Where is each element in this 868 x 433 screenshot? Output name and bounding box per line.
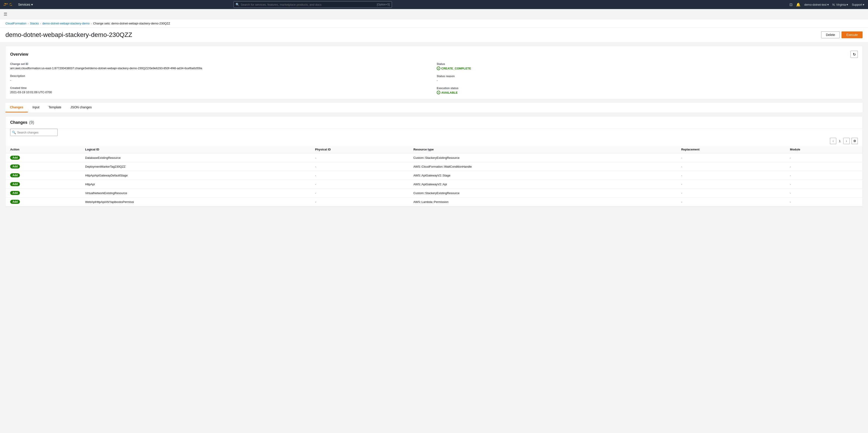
cell-action: Add xyxy=(6,189,81,197)
change-set-id-label: Change set ID xyxy=(10,62,431,66)
support-label: Support xyxy=(852,3,862,6)
top-navigation: aws Services ▾ 🔍 [Option+S] ⊡ 🔔 demo-dot… xyxy=(0,0,868,9)
user-name: demo-dotnet-test xyxy=(804,3,826,6)
cell-resource-type: AWS::CloudFormation::WaitConditionHandle xyxy=(409,162,677,171)
action-badge: Add xyxy=(10,182,20,186)
cell-physical-id: - xyxy=(310,162,409,171)
tab-changes[interactable]: Changes xyxy=(5,103,28,113)
execution-status-label: Execution status xyxy=(437,87,858,90)
cell-module: - xyxy=(785,189,862,197)
cell-action: Add xyxy=(6,180,81,189)
global-search-input[interactable] xyxy=(241,3,376,6)
changes-count: (9) xyxy=(29,120,34,125)
cell-logical-id: WebApiHttpApiANYapibooksPermissi xyxy=(81,197,310,206)
changes-table-body: Add DatabaseExistingResource - Custom::S… xyxy=(6,153,862,206)
page-title: demo-dotnet-webapi-stackery-demo-230QZZ xyxy=(5,31,132,38)
region-chevron-icon: ▾ xyxy=(846,3,848,6)
changes-title-text: Changes xyxy=(10,120,27,125)
header-actions: Delete Execute xyxy=(821,31,863,38)
services-label: Services xyxy=(18,3,30,6)
pagination: ‹ 1 › xyxy=(830,138,850,144)
cell-replacement: - xyxy=(677,197,785,206)
tab-template[interactable]: Template xyxy=(44,103,66,113)
cell-module: - xyxy=(785,153,862,162)
next-page-button[interactable]: › xyxy=(843,138,850,144)
overview-title: Overview ↻ xyxy=(10,51,858,58)
action-badge: Add xyxy=(10,156,20,160)
table-row: Add VirtualNetworkExistingResource - Cus… xyxy=(6,189,862,197)
cell-replacement: - xyxy=(677,162,785,171)
status-reason-label: Status reason xyxy=(437,75,858,78)
breadcrumb-cloudformation[interactable]: CloudFormation xyxy=(5,22,27,25)
breadcrumb-stacks[interactable]: Stacks xyxy=(30,22,39,25)
cell-replacement: - xyxy=(677,171,785,180)
changes-header: Changes (9) xyxy=(6,117,862,129)
sidebar-toggle-button[interactable]: ☰ xyxy=(0,9,11,20)
field-description: Description - xyxy=(10,74,431,82)
status-text: CREATE_COMPLETE xyxy=(441,67,471,70)
breadcrumb-stack-name[interactable]: demo-dotnet-webapi-stackery-demo xyxy=(42,22,90,25)
col-module: Module xyxy=(785,146,862,153)
field-execution-status: Execution status ✓ AVAILABLE xyxy=(437,87,858,94)
cell-logical-id: DatabaseExistingResource xyxy=(81,153,310,162)
table-settings-button[interactable]: ⚙ xyxy=(851,138,858,144)
status-check-icon: ✓ xyxy=(437,66,440,70)
tabs-container: Changes Input Template JSON changes xyxy=(5,103,863,113)
table-controls: ‹ 1 › ⚙ xyxy=(6,138,862,146)
terminal-icon[interactable]: ⊡ xyxy=(789,2,793,7)
overview-right: Status ✓ CREATE_COMPLETE Status reason -… xyxy=(437,62,858,94)
breadcrumb-sep-2: › xyxy=(40,22,41,25)
tab-json-changes[interactable]: JSON changes xyxy=(66,103,96,113)
overview-section-title: Overview xyxy=(10,52,28,57)
cell-resource-type: Custom::StackeryExistingResource xyxy=(409,189,677,197)
bell-icon[interactable]: 🔔 xyxy=(796,2,801,7)
cell-resource-type: AWS::Lambda::Permission xyxy=(409,197,677,206)
col-physical-id: Physical ID xyxy=(310,146,409,153)
breadcrumb-current: Change sets: demo-dotnet-webapi-stackery… xyxy=(93,22,170,25)
field-change-set-id: Change set ID arn:aws:cloudformation:us-… xyxy=(10,62,431,70)
cell-resource-type: AWS::ApiGatewayV2::Api xyxy=(409,180,677,189)
search-shortcut: [Option+S] xyxy=(377,3,390,6)
cell-module: - xyxy=(785,171,862,180)
search-changes-input[interactable] xyxy=(10,129,58,136)
breadcrumb-sep-3: › xyxy=(91,22,92,25)
user-chevron-icon: ▾ xyxy=(827,3,829,6)
services-menu[interactable]: Services ▾ xyxy=(18,3,33,6)
changes-title: Changes (9) xyxy=(10,120,34,125)
region-menu[interactable]: N. Virginia ▾ xyxy=(833,3,848,6)
cell-replacement: - xyxy=(677,180,785,189)
execution-status-value: ✓ AVAILABLE xyxy=(437,91,858,94)
prev-page-button[interactable]: ‹ xyxy=(830,138,836,144)
chevron-down-icon: ▾ xyxy=(31,3,33,6)
col-action: Action xyxy=(6,146,81,153)
field-status: Status ✓ CREATE_COMPLETE xyxy=(437,62,858,70)
field-status-reason: Status reason - xyxy=(437,75,858,82)
nav-right: ⊡ 🔔 demo-dotnet-test ▾ N. Virginia ▾ Sup… xyxy=(789,2,864,7)
changes-section: Changes (9) 🔍 ‹ 1 › ⚙ Action Logical ID … xyxy=(5,116,863,207)
change-set-id-value: arn:aws:cloudformation:us-east-1:8772004… xyxy=(10,66,431,70)
action-badge: Add xyxy=(10,191,20,195)
user-menu[interactable]: demo-dotnet-test ▾ xyxy=(804,3,829,6)
refresh-button[interactable]: ↻ xyxy=(850,51,858,58)
breadcrumb: CloudFormation › Stacks › demo-dotnet-we… xyxy=(0,20,868,28)
tab-input[interactable]: Input xyxy=(28,103,44,113)
delete-button[interactable]: Delete xyxy=(821,31,840,38)
cell-physical-id: - xyxy=(310,189,409,197)
support-chevron-icon: ▾ xyxy=(863,3,864,6)
main-content: ☰ CloudFormation › Stacks › demo-dotnet-… xyxy=(0,9,868,433)
status-label: Status xyxy=(437,62,858,66)
support-menu[interactable]: Support ▾ xyxy=(852,3,864,6)
created-time-value: 2021-03-19 10:01:09 UTC-0700 xyxy=(10,91,431,94)
cell-action: Add xyxy=(6,162,81,171)
search-changes-wrapper: 🔍 xyxy=(10,129,858,136)
cell-logical-id: VirtualNetworkExistingResource xyxy=(81,189,310,197)
cell-action: Add xyxy=(6,153,81,162)
cell-resource-type: AWS::ApiGatewayV2::Stage xyxy=(409,171,677,180)
aws-logo[interactable]: aws xyxy=(4,2,13,7)
cell-replacement: - xyxy=(677,189,785,197)
breadcrumb-sep-1: › xyxy=(28,22,29,25)
execution-check-icon: ✓ xyxy=(437,91,440,94)
search-icon: 🔍 xyxy=(236,3,239,6)
cell-module: - xyxy=(785,180,862,189)
execute-button[interactable]: Execute xyxy=(841,31,863,38)
